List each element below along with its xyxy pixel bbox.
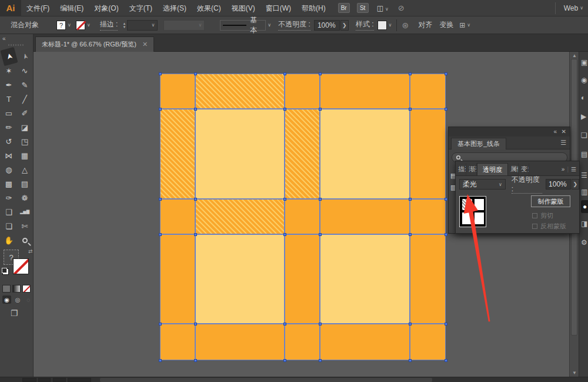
default-fill-stroke-icon[interactable] [2, 268, 9, 275]
plaid-cell[interactable] [410, 235, 446, 324]
swap-fill-stroke-icon[interactable]: ⇄ [28, 248, 33, 254]
draw-behind-icon[interactable]: ◎ [13, 295, 22, 304]
dock-panel-icon-5[interactable]: ❏ [581, 129, 588, 141]
plaid-cell[interactable] [320, 74, 410, 109]
blend-mode-select[interactable]: 柔光 ∨ [459, 179, 506, 190]
anchor-point[interactable] [159, 108, 162, 111]
anchor-point[interactable] [194, 233, 197, 236]
plaid-cell[interactable] [285, 74, 320, 109]
library-panel-tab[interactable]: 基本图形_线条 [451, 138, 506, 150]
fill-swatch[interactable]: ? [56, 21, 66, 30]
dock-panel-icon-9[interactable]: ● [581, 200, 588, 213]
color-button[interactable] [2, 285, 11, 293]
dock-panel-icon-11[interactable]: ⚙ [581, 237, 588, 248]
tab-variables[interactable]: 变量 [519, 163, 529, 175]
toolbar-grip[interactable] [8, 44, 25, 46]
menu-edit[interactable]: 编辑(E) [55, 0, 89, 16]
style-label[interactable]: 样式 : [356, 19, 374, 31]
dock-panel-icon-10[interactable]: ◨ [581, 218, 588, 230]
mesh-tool[interactable]: ▩ [1, 177, 17, 191]
opacity-value[interactable]: 100% [314, 20, 340, 31]
menu-object[interactable]: 对象(O) [89, 0, 123, 16]
menu-file[interactable]: 文件(F) [21, 0, 55, 16]
plaid-cell[interactable] [196, 235, 285, 324]
anchor-point[interactable] [194, 323, 197, 325]
anchor-point[interactable] [159, 233, 162, 236]
opacity-slider-button[interactable]: ❯ [572, 179, 579, 190]
style-swatch[interactable] [377, 21, 387, 30]
plaid-cell[interactable] [161, 324, 195, 360]
invert-mask-checkbox-row[interactable]: 反相蒙版 [532, 222, 566, 231]
draw-inside-icon[interactable]: ◌ [24, 295, 33, 304]
plaid-cell[interactable] [196, 200, 285, 234]
anchor-point[interactable] [445, 323, 447, 325]
document-setup-icon[interactable]: ⊛ [402, 21, 409, 30]
plaid-cell[interactable] [410, 109, 446, 199]
bridge-button[interactable]: Br [338, 3, 350, 13]
dock-panel-icon-3[interactable]: ◐ [581, 92, 588, 104]
status-info-box[interactable] [68, 378, 91, 382]
menu-help[interactable]: 帮助(H) [296, 0, 331, 16]
type-tool[interactable]: T [1, 92, 17, 106]
anchor-point[interactable] [159, 72, 162, 75]
gradient-tool[interactable]: ▤ [17, 177, 33, 191]
menu-window[interactable]: 窗口(W) [260, 0, 296, 16]
anchor-point[interactable] [319, 359, 322, 362]
width-tool[interactable]: ⋈ [1, 148, 17, 162]
menu-view[interactable]: 视图(V) [226, 0, 260, 16]
invert-mask-checkbox[interactable] [532, 224, 537, 229]
opacity-expand-button[interactable]: ❯ [340, 20, 349, 31]
artboard-nav-prev[interactable] [38, 378, 51, 382]
anchor-point[interactable] [409, 359, 412, 362]
plaid-cell[interactable] [196, 109, 285, 199]
menu-effect[interactable]: 效果(C) [192, 0, 226, 16]
plaid-cell[interactable] [320, 324, 410, 360]
plaid-cell[interactable] [285, 324, 320, 360]
plaid-cell[interactable] [161, 200, 195, 234]
anchor-point[interactable] [283, 323, 286, 325]
none-button[interactable] [22, 285, 31, 293]
menu-type[interactable]: 文字(T) [124, 0, 158, 16]
screen-mode-icon[interactable]: ❐ [11, 308, 18, 318]
chevron-down-icon[interactable]: ∨ [87, 22, 91, 28]
artboard[interactable] [160, 74, 446, 360]
stroke-indicator[interactable] [13, 258, 29, 274]
anchor-point[interactable] [159, 198, 162, 201]
dock-panel-icon-4[interactable]: ▶ [581, 111, 588, 122]
dock-panel-icon-6[interactable]: ▤ [581, 148, 588, 160]
draw-normal-icon[interactable]: ◉ [2, 295, 11, 304]
line-segment-tool[interactable]: ╱ [17, 92, 33, 106]
plaid-cell[interactable] [161, 235, 195, 324]
anchor-point[interactable] [194, 72, 197, 75]
panel-menu-icon[interactable]: ☰ [571, 166, 576, 172]
perspective-grid-tool[interactable]: △ [17, 162, 33, 177]
dock-panel-icon-8[interactable]: ▥ [581, 186, 588, 198]
panel-opacity-value[interactable]: 100% [546, 179, 570, 190]
transform-button[interactable]: 变换 [439, 20, 453, 30]
plaid-cell[interactable] [320, 235, 410, 324]
anchor-point[interactable] [319, 108, 322, 111]
artboard-export-tool[interactable]: ❑ [1, 205, 17, 219]
chevron-down-icon[interactable]: ∨ [268, 22, 271, 28]
dock-panel-icon-1[interactable]: ▣ [581, 57, 588, 68]
anchor-point[interactable] [445, 359, 447, 362]
arrange-documents-icon[interactable]: ◫∨ [377, 4, 389, 12]
stroke-style-combo[interactable]: 基本 [220, 20, 266, 31]
anchor-point[interactable] [283, 198, 286, 201]
align-button[interactable]: 对齐 [418, 20, 432, 30]
anchor-point[interactable] [445, 108, 447, 111]
anchor-point[interactable] [319, 323, 322, 325]
plaid-cell[interactable] [410, 74, 446, 109]
dock-panel-icon-7[interactable]: ☰ [581, 170, 588, 181]
panel-menu-icon[interactable]: ☰ [560, 139, 566, 147]
anchor-point[interactable] [445, 198, 447, 201]
chevron-down-icon[interactable]: ∨ [389, 22, 392, 28]
stroke-weight-combo[interactable]: ∨ [127, 20, 158, 31]
close-tab-icon[interactable]: ✕ [142, 41, 148, 48]
scroll-down-icon[interactable]: ▼ [572, 370, 577, 376]
anchor-point[interactable] [194, 359, 197, 362]
stroke-weight-label[interactable]: 描边 : [100, 19, 118, 31]
tab-gradient[interactable]: 渐变 [466, 163, 477, 175]
rotate-tool[interactable]: ↺ [1, 134, 17, 148]
make-mask-button[interactable]: 制作蒙版 [531, 195, 570, 207]
